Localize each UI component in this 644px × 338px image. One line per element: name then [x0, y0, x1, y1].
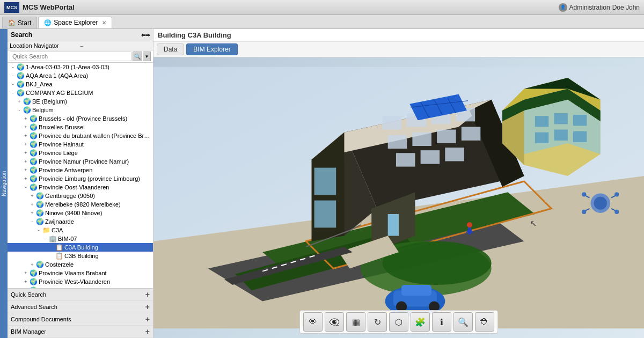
tree-item-18[interactable]: +🌍Ninove (9400 Ninove): [8, 209, 153, 217]
tree-expand-1[interactable]: -: [10, 64, 16, 70]
section-plus-advanced-search[interactable]: +: [145, 303, 150, 311]
search-button[interactable]: 🔍: [133, 52, 142, 61]
tree-expand-26[interactable]: +: [23, 279, 29, 284]
tree-expand-6[interactable]: -: [16, 107, 23, 113]
viewer-toolbar: 👁👁‍🗨▦↻⬡🧩ℹ🔍⛑: [299, 310, 498, 334]
space-explorer-tab-close[interactable]: ✕: [102, 20, 106, 26]
tree-expand-5[interactable]: +: [16, 99, 23, 104]
start-tab-icon: 🏠: [8, 19, 16, 26]
space-explorer-tab-icon: 🌐: [44, 19, 52, 26]
toolbar-btn-eye[interactable]: 👁: [303, 312, 323, 332]
tree-expand-21[interactable]: -: [42, 236, 48, 241]
tree-item-26[interactable]: +🌍Provincie West-Vlaanderen: [8, 277, 153, 286]
tree-item-4[interactable]: -🌍COMPANY AG BELGIUM: [8, 89, 153, 97]
svg-rect-18: [396, 153, 415, 166]
tab-bim-explorer[interactable]: BIM Explorer: [186, 43, 237, 55]
content-area: Building C3A Building Data BIM Explorer: [153, 29, 644, 338]
section-plus-bim-manager[interactable]: +: [145, 327, 150, 336]
section-quick-search[interactable]: Quick Search+: [8, 289, 153, 301]
bottom-sections: Quick Search+Advanced Search+Compound Do…: [8, 288, 153, 338]
tree-item-25[interactable]: +🌍Provincie Vlaams Brabant: [8, 269, 153, 277]
quick-search-input[interactable]: [10, 52, 131, 61]
tree-label-23: C3B Building: [64, 253, 99, 259]
svg-rect-34: [573, 115, 587, 126]
tree-expand-19[interactable]: -: [29, 219, 35, 224]
tree-item-20[interactable]: -📁C3A: [8, 226, 153, 234]
toolbar-btn-helmet[interactable]: ⛑: [475, 312, 494, 332]
tree-item-2[interactable]: -🌍AQA Area 1 (AQA Area): [8, 71, 153, 80]
tree-item-8[interactable]: +🌍Bruxelles-Brussel: [8, 123, 153, 131]
toolbar-btn-rotate[interactable]: ↻: [368, 312, 387, 332]
tree-item-3[interactable]: -🌍BKJ_Area: [8, 80, 153, 89]
toolbar-btn-eye-hidden[interactable]: 👁‍🗨: [325, 312, 344, 332]
toolbar-btn-search-zoom[interactable]: 🔍: [453, 312, 473, 332]
tree-expand-12[interactable]: +: [23, 159, 29, 164]
tree-expand-4[interactable]: -: [10, 90, 16, 95]
topbar: MCS MCS WebPortal 👤 Administration Doe J…: [0, 0, 644, 15]
nav-label[interactable]: Navigation: [0, 29, 8, 338]
tree-item-21[interactable]: -🏢BIM-07: [8, 234, 153, 243]
admin-label[interactable]: Administration: [569, 4, 610, 11]
toolbar-btn-info[interactable]: ℹ: [432, 312, 451, 332]
3d-viewer[interactable]: ↖ 👁👁‍🗨▦↻⬡🧩ℹ🔍⛑: [153, 57, 644, 338]
tree-item-12[interactable]: +🌍Province Namur (Province Namur): [8, 157, 153, 166]
tree-item-14[interactable]: +🌍Provincie Limburg (province Limbourg): [8, 174, 153, 183]
sidebar-wrapper: Search ⇐⇒ Location Navigator – 🔍 ▼ -🌍1-A…: [8, 29, 153, 338]
tree-item-1[interactable]: -🌍1-Area-03-03-20 (1-Area-03-03): [8, 63, 153, 71]
tree-expand-8[interactable]: +: [23, 124, 29, 130]
tree-expand-13[interactable]: +: [23, 167, 29, 173]
tree-expand-18[interactable]: +: [29, 210, 35, 216]
tree-expand-3[interactable]: -: [10, 82, 16, 87]
tree-item-19[interactable]: -🌍Zwijnaarde: [8, 217, 153, 226]
tree-item-9[interactable]: +🌍Province du brabant wallon (Province B…: [8, 131, 153, 140]
tree-expand-20[interactable]: -: [35, 227, 42, 233]
tree-icon-14: 🌍: [29, 175, 38, 182]
tab-space-explorer[interactable]: 🌐 Space Explorer ✕: [38, 17, 112, 28]
app-logo: MCS: [4, 2, 19, 13]
tree-item-16[interactable]: +🌍Gentbrugge (9050): [8, 192, 153, 200]
sidebar-collapse-icon[interactable]: ⇐⇒: [141, 32, 150, 38]
tree-item-11[interactable]: +🌍Province Liège: [8, 149, 153, 157]
section-bim-manager[interactable]: BIM Manager+: [8, 326, 153, 338]
tree-label-18: Ninove (9400 Ninove): [45, 210, 102, 216]
tree-expand-9[interactable]: +: [23, 133, 29, 138]
tab-data[interactable]: Data: [157, 43, 184, 55]
section-plus-compound-docs[interactable]: +: [145, 315, 150, 324]
tree-icon-15: 🌍: [29, 183, 38, 191]
search-dropdown-button[interactable]: ▼: [143, 52, 151, 61]
toolbar-btn-cube[interactable]: ⬡: [389, 312, 408, 332]
toolbar-btn-puzzle[interactable]: 🧩: [411, 312, 430, 332]
tree-icon-20: 📁: [42, 226, 50, 234]
tree-item-10[interactable]: +🌍Province Hainaut: [8, 140, 153, 149]
tree-item-17[interactable]: +🌍Merelbeke (9820 Merelbeke): [8, 200, 153, 209]
tree-expand-25[interactable]: +: [23, 270, 29, 276]
tree-expand-10[interactable]: +: [23, 142, 29, 147]
tree-icon-13: 🌍: [29, 166, 38, 174]
tree-item-7[interactable]: +🌍Brussels - old (Province Brussels): [8, 114, 153, 123]
tree-item-15[interactable]: -🌍Provincie Oost-Vlaanderen: [8, 183, 153, 192]
tree-label-1: 1-Area-03-03-20 (1-Area-03-03): [26, 64, 109, 70]
tree-label-22: C3A Building: [64, 244, 98, 251]
tab-start[interactable]: 🏠 Start: [2, 17, 37, 28]
tree-item-24[interactable]: +🌍Oosterzele: [8, 260, 153, 269]
tree-item-6[interactable]: -🌍Belgium: [8, 106, 153, 114]
tree-expand-7[interactable]: +: [23, 116, 29, 121]
tree-icon-21: 🏢: [48, 235, 57, 243]
section-compound-docs[interactable]: Compound Documents+: [8, 313, 153, 326]
tree-expand-14[interactable]: +: [23, 176, 29, 181]
toolbar-btn-panels[interactable]: ▦: [346, 312, 365, 332]
tree-item-22[interactable]: 📋C3A Building: [8, 243, 153, 252]
tree-item-23[interactable]: 📋C3B Building: [8, 252, 153, 260]
tree-expand-15[interactable]: -: [23, 185, 29, 190]
tree-expand-17[interactable]: +: [29, 202, 35, 207]
tree-expand-11[interactable]: +: [23, 150, 29, 156]
location-nav-collapse-icon[interactable]: –: [80, 43, 151, 49]
section-advanced-search[interactable]: Advanced Search+: [8, 301, 153, 313]
tree-expand-16[interactable]: +: [29, 193, 35, 199]
tree-item-5[interactable]: +🌍BE (Belgium): [8, 97, 153, 106]
location-navigator-bar[interactable]: Location Navigator –: [8, 41, 153, 50]
tree-item-13[interactable]: +🌍Provincie Antwerpen: [8, 166, 153, 174]
tree-expand-24[interactable]: +: [29, 262, 35, 267]
tree-expand-2[interactable]: -: [10, 73, 16, 78]
section-plus-quick-search[interactable]: +: [145, 290, 150, 299]
